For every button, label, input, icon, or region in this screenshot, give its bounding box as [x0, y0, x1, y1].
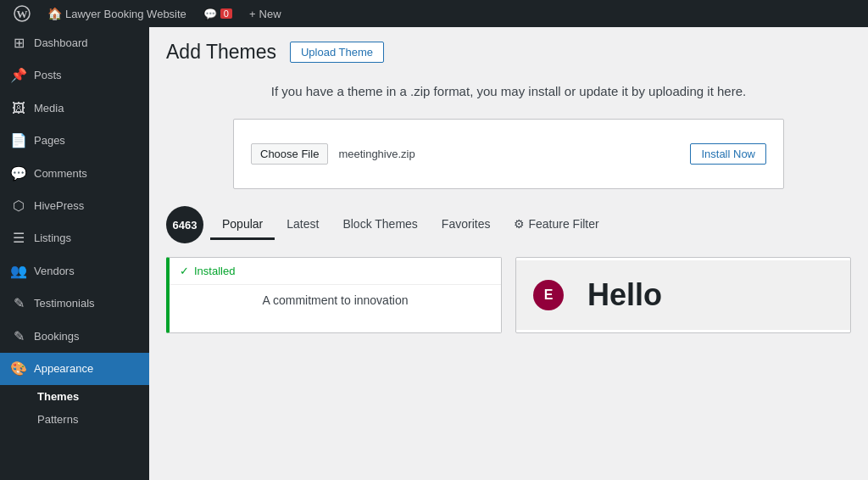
sidebar-label-listings: Listings: [34, 231, 71, 246]
upload-theme-button[interactable]: Upload Theme: [290, 42, 384, 63]
choose-file-button[interactable]: Choose File: [251, 143, 328, 165]
sidebar-subitem-patterns[interactable]: Patterns: [0, 408, 149, 431]
sidebar-item-bookings[interactable]: ✎ Bookings: [0, 321, 149, 353]
comments-count: 0: [220, 8, 232, 19]
sidebar-label-dashboard: Dashboard: [34, 36, 88, 51]
tab-block-themes[interactable]: Block Themes: [331, 210, 429, 240]
sidebar-label-pages: Pages: [34, 133, 65, 148]
sidebar-label-comments: Comments: [34, 166, 87, 181]
patterns-label: Patterns: [37, 413, 78, 426]
sidebar-label-media: Media: [34, 101, 64, 116]
site-name-bar[interactable]: 🏠 Lawyer Booking Website: [41, 0, 193, 27]
main-layout: ⊞ Dashboard 📌 Posts 🖼 Media 📄 Pages 💬 Co…: [0, 27, 868, 480]
sidebar-label-testimonials: Testimonials: [34, 296, 95, 311]
new-label: New: [259, 8, 281, 20]
tab-block-themes-label: Block Themes: [342, 217, 417, 231]
install-now-button[interactable]: Install Now: [690, 143, 766, 165]
hivepress-icon: ⬡: [10, 197, 27, 215]
listings-icon: ☰: [10, 229, 27, 248]
tab-favorites[interactable]: Favorites: [430, 210, 503, 240]
svg-text:W: W: [17, 8, 28, 20]
admin-bar: W 🏠 Lawyer Booking Website 💬 0 + New: [0, 0, 868, 27]
theme-card-hello[interactable]: E Hello: [515, 257, 851, 333]
tab-latest-label: Latest: [287, 217, 319, 231]
bookings-icon: ✎: [10, 327, 27, 346]
sidebar-item-vendors[interactable]: 👥 Vendors: [0, 255, 149, 287]
sidebar-label-appearance: Appearance: [34, 361, 93, 377]
sidebar-subitem-themes[interactable]: Themes: [0, 385, 149, 408]
gear-icon: ⚙: [514, 217, 525, 231]
testimonials-icon: ✎: [10, 294, 27, 313]
sidebar-label-hivepress: HivePress: [34, 198, 84, 214]
upload-box: Choose File meetinghive.zip Install Now: [233, 119, 784, 189]
tab-feature-filter-label: Feature Filter: [528, 217, 598, 231]
theme-card-text: A commitment to innovation: [263, 293, 409, 307]
tab-latest[interactable]: Latest: [275, 210, 331, 240]
tab-feature-filter[interactable]: ⚙ Feature Filter: [502, 210, 610, 240]
theme-card-installed[interactable]: ✓ Installed A commitment to innovation: [166, 257, 502, 333]
comments-bar[interactable]: 💬 0: [197, 0, 239, 27]
info-text: If you have a theme in a .zip format, yo…: [166, 84, 851, 98]
tabs-row: 6463 Popular Latest Block Themes Favorit…: [166, 206, 851, 243]
theme-count-badge[interactable]: 6463: [166, 206, 203, 243]
sidebar-item-pages[interactable]: 📄 Pages: [0, 125, 149, 157]
media-icon: 🖼: [10, 99, 27, 118]
comments-icon: 💬: [10, 165, 27, 183]
hello-text: Hello: [579, 269, 670, 321]
themes-grid: ✓ Installed A commitment to innovation E…: [166, 257, 851, 333]
tab-popular-label: Popular: [222, 217, 263, 231]
dashboard-icon: ⊞: [10, 34, 27, 53]
appearance-icon: 🎨: [10, 360, 27, 378]
sidebar-item-dashboard[interactable]: ⊞ Dashboard: [0, 27, 149, 59]
sidebar-item-testimonials[interactable]: ✎ Testimonials: [0, 287, 149, 320]
page-title: Add Themes: [166, 41, 276, 64]
site-name-label: Lawyer Booking Website: [65, 8, 186, 20]
sidebar-item-hivepress[interactable]: ⬡ HivePress: [0, 190, 149, 222]
installed-badge: ✓ Installed: [170, 258, 501, 285]
sidebar-item-appearance[interactable]: 🎨 Appearance: [0, 353, 149, 385]
sidebar-item-comments[interactable]: 💬 Comments: [0, 158, 149, 190]
elementor-badge: E: [533, 280, 564, 310]
wp-logo[interactable]: W: [7, 0, 37, 27]
sidebar: ⊞ Dashboard 📌 Posts 🖼 Media 📄 Pages 💬 Co…: [0, 27, 149, 480]
page-header: Add Themes Upload Theme: [166, 41, 851, 64]
sidebar-item-posts[interactable]: 📌 Posts: [0, 59, 149, 92]
pages-icon: 📄: [10, 131, 27, 150]
installed-label: Installed: [194, 265, 235, 277]
tab-popular[interactable]: Popular: [210, 210, 275, 240]
sidebar-item-media[interactable]: 🖼 Media: [0, 92, 149, 125]
sidebar-item-listings[interactable]: ☰ Listings: [0, 222, 149, 254]
sidebar-label-posts: Posts: [34, 68, 62, 83]
vendors-icon: 👥: [10, 262, 27, 281]
sidebar-label-vendors: Vendors: [34, 264, 75, 279]
elementor-icon-label: E: [544, 287, 554, 303]
posts-icon: 📌: [10, 66, 27, 85]
new-bar[interactable]: + New: [242, 0, 288, 27]
sidebar-label-bookings: Bookings: [34, 329, 79, 344]
tab-favorites-label: Favorites: [442, 217, 491, 231]
themes-label: Themes: [37, 390, 79, 403]
theme-card-content: A commitment to innovation: [170, 285, 501, 315]
content-area: Add Themes Upload Theme If you have a th…: [149, 27, 868, 480]
checkmark-icon: ✓: [180, 265, 189, 277]
file-name: meetinghive.zip: [338, 148, 680, 160]
